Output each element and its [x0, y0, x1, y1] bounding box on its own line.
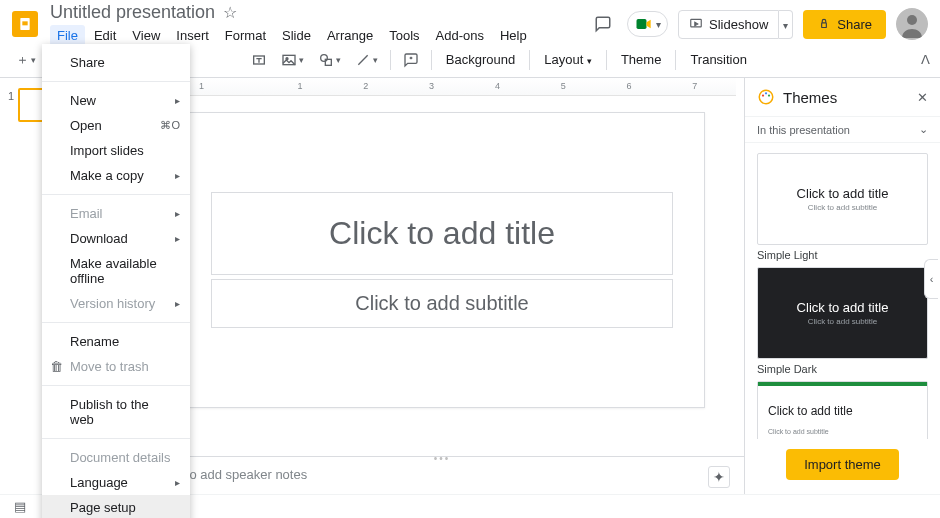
layout-button[interactable]: Layout ▾	[536, 48, 600, 71]
svg-point-16	[768, 94, 770, 96]
chevron-down-icon: ⌄	[919, 123, 928, 136]
line-tool[interactable]: ▾	[349, 48, 384, 72]
theme-preview-simple-dark[interactable]: Click to add title Click to add subtitle	[757, 267, 928, 359]
star-icon[interactable]: ☆	[223, 3, 237, 22]
textbox-tool[interactable]	[245, 48, 273, 72]
file-make-offline[interactable]: Make available offline	[42, 251, 190, 291]
new-slide-button[interactable]: ＋ ▾	[10, 47, 42, 73]
notes-drag-handle[interactable]: •••	[434, 453, 451, 464]
svg-rect-2	[637, 19, 647, 29]
side-panel-toggle[interactable]: ‹	[924, 259, 938, 299]
file-share[interactable]: Share	[42, 50, 190, 75]
themes-title: Themes	[783, 89, 909, 106]
submenu-arrow-icon: ▸	[175, 170, 180, 181]
file-import-slides[interactable]: Import slides	[42, 138, 190, 163]
slides-logo	[12, 11, 38, 37]
theme-card: Click to add title Click to add subtitle…	[757, 153, 928, 261]
collapse-toolbar-icon[interactable]: ᐱ	[921, 52, 930, 67]
slideshow-label: Slideshow	[709, 17, 768, 32]
file-download[interactable]: Download▸	[42, 226, 190, 251]
canvas-area: 1 1 2 3 4 5 6 7 Click to add title Click…	[140, 78, 744, 494]
share-label: Share	[837, 17, 872, 32]
share-button[interactable]: Share	[803, 10, 886, 39]
file-rename[interactable]: Rename	[42, 329, 190, 354]
submenu-arrow-icon: ▸	[175, 233, 180, 244]
theme-name: Simple Dark	[757, 363, 928, 375]
file-menu-dropdown: Share New▸ Open⌘O Import slides Make a c…	[42, 44, 190, 518]
filmstrip-view-icon[interactable]: ▤	[14, 499, 26, 514]
shape-tool[interactable]: ▾	[312, 48, 347, 72]
import-theme-button[interactable]: Import theme	[786, 449, 899, 480]
themes-section-toggle[interactable]: In this presentation ⌄	[745, 116, 940, 143]
image-tool[interactable]: ▾	[275, 48, 310, 72]
theme-card: Click to add title Click to add subtitle…	[757, 267, 928, 375]
theme-name: Simple Light	[757, 249, 928, 261]
slideshow-button[interactable]: Slideshow	[678, 10, 779, 39]
title-placeholder[interactable]: Click to add title	[211, 192, 672, 275]
background-button[interactable]: Background	[438, 48, 523, 71]
svg-rect-1	[22, 21, 27, 25]
theme-preview-streamline[interactable]: Click to add title Click to add subtitle	[757, 381, 928, 439]
file-doc-details: Document details	[42, 445, 190, 470]
svg-point-15	[765, 92, 767, 94]
file-make-copy[interactable]: Make a copy▸	[42, 163, 190, 188]
file-email: Email▸	[42, 201, 190, 226]
file-publish[interactable]: Publish to the web	[42, 392, 190, 432]
app-header: Untitled presentation ☆ File Edit View I…	[0, 0, 940, 42]
close-icon[interactable]: ✕	[917, 90, 928, 105]
svg-line-12	[358, 55, 367, 64]
slide-number: 1	[8, 88, 14, 122]
submenu-arrow-icon: ▸	[175, 298, 180, 309]
subtitle-placeholder[interactable]: Click to add subtitle	[211, 279, 672, 328]
speaker-notes[interactable]: ••• Click to add speaker notes	[140, 456, 744, 494]
trash-icon: 🗑	[48, 359, 64, 374]
doc-title[interactable]: Untitled presentation	[50, 2, 215, 23]
file-move-trash: 🗑Move to trash	[42, 354, 190, 379]
svg-point-10	[321, 54, 328, 61]
meet-button[interactable]: ▾	[627, 11, 668, 37]
comment-tool[interactable]	[397, 48, 425, 72]
ruler: 1 1 2 3 4 5 6 7	[188, 78, 736, 96]
submenu-arrow-icon: ▸	[175, 95, 180, 106]
user-avatar[interactable]	[896, 8, 928, 40]
file-new[interactable]: New▸	[42, 88, 190, 113]
svg-point-14	[762, 94, 764, 96]
file-page-setup[interactable]: Page setup	[42, 495, 190, 518]
theme-button[interactable]: Theme	[613, 48, 669, 71]
slide-canvas[interactable]: Click to add title Click to add subtitle	[179, 112, 705, 408]
transition-button[interactable]: Transition	[682, 48, 755, 71]
theme-preview-simple-light[interactable]: Click to add title Click to add subtitle	[757, 153, 928, 245]
submenu-arrow-icon: ▸	[175, 477, 180, 488]
themes-panel: Themes ✕ In this presentation ⌄ Click to…	[744, 78, 940, 494]
explore-button[interactable]: ✦	[708, 466, 730, 488]
svg-point-6	[907, 15, 917, 25]
file-open[interactable]: Open⌘O	[42, 113, 190, 138]
file-version-history: Version history▸	[42, 291, 190, 316]
comments-icon[interactable]	[589, 10, 617, 38]
palette-icon	[757, 88, 775, 106]
file-language[interactable]: Language▸	[42, 470, 190, 495]
submenu-arrow-icon: ▸	[175, 208, 180, 219]
slideshow-dropdown[interactable]: ▾	[779, 10, 793, 39]
theme-card: Click to add title Click to add subtitle…	[757, 381, 928, 439]
